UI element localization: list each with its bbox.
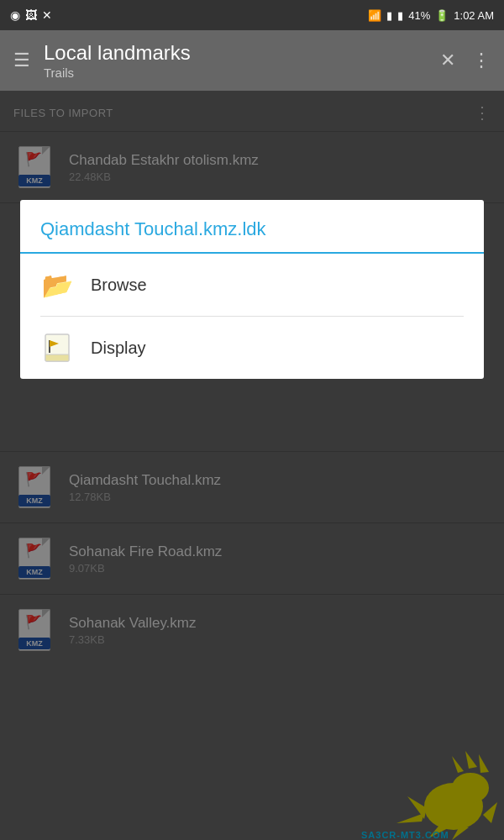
page-title: Local landmarks: [44, 41, 427, 66]
status-icons-right: 📶 ▮ ▮ 41% 🔋 1:02 AM: [368, 9, 494, 22]
menu-icon[interactable]: ☰: [13, 50, 30, 71]
browse-label: Browse: [91, 276, 147, 295]
shield-icon: ✕: [42, 8, 52, 22]
status-icons-left: ◉ 🖼 ✕: [10, 8, 52, 22]
context-dialog: Qiamdasht Touchal.kmz.ldk 📂 Browse Displ…: [20, 200, 484, 379]
more-options-icon[interactable]: ⋮: [472, 50, 491, 71]
time-display: 1:02 AM: [454, 9, 494, 22]
main-content: FILES TO IMPORT ⋮ 🚩 KMZ Chandab Estakhr …: [0, 91, 504, 840]
wifi-icon: 📶: [368, 9, 381, 22]
browse-folder-icon: 📂: [40, 269, 74, 301]
battery-icon: 🔋: [435, 9, 449, 22]
toolbar-actions: ✕ ⋮: [440, 50, 491, 71]
location-icon: ◉: [10, 8, 20, 22]
status-bar: ◉ 🖼 ✕ 📶 ▮ ▮ 41% 🔋 1:02 AM: [0, 0, 504, 30]
dialog-item-browse[interactable]: 📂 Browse: [20, 254, 484, 316]
battery-text: 41%: [408, 9, 430, 22]
image-icon: 🖼: [25, 8, 37, 22]
svg-rect-1: [45, 354, 69, 361]
display-icon: [40, 332, 74, 364]
toolbar-subtitle: Trails: [44, 66, 427, 80]
dialog-item-display[interactable]: Display: [20, 317, 484, 379]
signal-bars-icon: ▮: [397, 9, 403, 22]
display-label: Display: [91, 339, 146, 358]
dialog-title: Qiamdasht Touchal.kmz.ldk: [20, 200, 484, 252]
close-icon[interactable]: ✕: [440, 50, 455, 71]
sim-icon: ▮: [386, 9, 392, 22]
toolbar: ☰ Local landmarks Trails ✕ ⋮: [0, 30, 504, 91]
toolbar-title-area: Local landmarks Trails: [44, 41, 427, 80]
